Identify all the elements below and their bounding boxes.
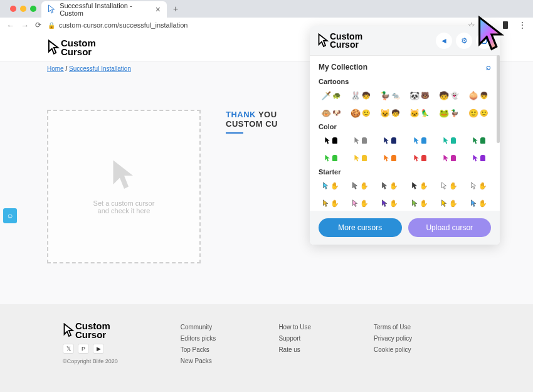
window-controls — [5, 6, 41, 12]
pinterest-icon[interactable]: P — [78, 344, 89, 354]
footer-link[interactable]: Privacy policy — [374, 333, 412, 344]
starter-cursor-item[interactable]: ✋ — [319, 197, 343, 209]
color-cursor-item[interactable] — [348, 134, 372, 147]
test-arrow-icon — [110, 158, 139, 193]
close-window[interactable] — [10, 6, 16, 12]
thank-word2: YOU — [258, 110, 277, 119]
section-cartoons: Cartoons 🗡️🐢🐰🧒🦆🐀🐼🐻🧒👻🧅👦🐵🐶🍪🙂😺🧒🐱🦜🐸🦆🙂🙂 — [310, 75, 500, 120]
starter-cursor-item[interactable]: ✋ — [408, 197, 432, 209]
back-button[interactable]: ← — [6, 21, 14, 30]
popup-logo-icon — [317, 33, 330, 48]
color-cursor-item[interactable] — [319, 134, 343, 147]
thank-word1: THANK — [226, 110, 256, 119]
extension-other-icon[interactable] — [500, 20, 510, 30]
cartoon-cursor-item[interactable]: 🐵🐶 — [319, 107, 343, 119]
starter-cursor-item[interactable]: ✋ — [348, 179, 372, 192]
footer-link[interactable]: Rate us — [278, 344, 311, 356]
starter-cursor-item[interactable]: ✋ — [437, 197, 462, 209]
breadcrumb-current[interactable]: Successful Installation — [69, 65, 131, 72]
footer-link[interactable]: Terms of Use — [374, 322, 412, 333]
footer-col-3: Terms of UsePrivacy policyCookie policy — [374, 322, 412, 367]
color-cursor-item[interactable] — [408, 152, 432, 164]
breadcrumb-home[interactable]: Home — [47, 65, 64, 72]
color-cursor-item[interactable] — [408, 134, 432, 147]
starter-cursor-item[interactable]: ✋ — [437, 179, 462, 192]
color-cursor-item[interactable] — [437, 152, 462, 164]
new-tab-button[interactable]: + — [173, 4, 178, 14]
color-cursor-item[interactable] — [377, 134, 402, 147]
twitter-icon[interactable]: 𝕏 — [63, 344, 74, 354]
more-cursors-button[interactable]: More cursors — [319, 218, 402, 237]
popup-title: My Collection — [319, 63, 367, 72]
starter-cursor-item[interactable]: ✋ — [408, 179, 432, 192]
footer-link[interactable]: Editors picks — [181, 333, 216, 344]
extension-popup: CustomCursor ◄ ⚙ ⏻ My Collection ⌕ Carto… — [310, 26, 500, 245]
starter-cursor-item[interactable]: ✋ — [377, 179, 402, 192]
footer-link[interactable]: Community — [181, 322, 216, 333]
footer-col-2: How to UseSupportRate us — [278, 322, 311, 367]
footer-link[interactable]: How to Use — [278, 322, 311, 333]
cartoon-cursor-item[interactable]: 🦆🐀 — [377, 89, 402, 102]
reload-button[interactable]: ⟳ — [35, 21, 41, 29]
search-icon[interactable]: ⌕ — [486, 62, 491, 72]
logo-text-bottom: Cursor — [61, 48, 96, 56]
color-cursor-item[interactable] — [377, 152, 402, 164]
starter-cursor-item[interactable]: ✋ — [377, 197, 402, 209]
cartoon-cursor-item[interactable]: 🧅👦 — [467, 89, 491, 102]
color-cursor-item[interactable] — [467, 152, 491, 164]
copyright: ©Copyright Blife 2020 — [63, 356, 118, 366]
logo-cursor-icon — [47, 40, 61, 56]
color-cursor-item[interactable] — [319, 152, 343, 164]
cartoon-cursor-item[interactable]: 🐰🧒 — [348, 89, 372, 102]
cartoon-cursor-item[interactable]: 🗡️🐢 — [319, 89, 343, 102]
footer-brand: CustomCursor 𝕏 P ▶ ©Copyright Blife 2020 — [63, 322, 118, 367]
thank-block: THANK YOU CUSTOM CU — [226, 110, 278, 263]
footer-link[interactable]: Cookie policy — [374, 344, 412, 356]
cartoon-cursor-item[interactable]: 🍪🙂 — [348, 107, 372, 119]
browser-tab[interactable]: Successful Installation - Custom × — [41, 1, 167, 18]
popup-footer: More cursors Upload cursor — [310, 211, 500, 245]
popup-power-icon[interactable]: ⏻ — [476, 33, 492, 49]
cartoon-cursor-item[interactable]: 🐸🦆 — [437, 107, 462, 119]
maximize-window[interactable] — [30, 6, 36, 12]
cartoon-cursor-item[interactable]: 🐼🐻 — [408, 89, 432, 102]
starter-cursor-item[interactable]: ✋ — [467, 179, 491, 192]
section-title-color: Color — [319, 123, 491, 130]
footer-link[interactable]: New Packs — [181, 356, 216, 367]
thank-line2: CUSTOM CU — [226, 119, 278, 129]
popup-scrollbar[interactable] — [497, 55, 500, 143]
color-cursor-item[interactable] — [348, 152, 372, 164]
color-cursor-item[interactable] — [437, 134, 462, 147]
section-color: Color — [310, 120, 500, 166]
site-footer: CustomCursor 𝕏 P ▶ ©Copyright Blife 2020… — [0, 304, 533, 392]
cartoon-cursor-item[interactable]: 🙂🙂 — [467, 107, 491, 119]
cartoon-cursor-item[interactable]: 😺🧒 — [377, 107, 402, 119]
footer-link[interactable]: Top Packs — [181, 344, 216, 356]
footer-col-1: CommunityEditors picksTop PacksNew Packs — [181, 322, 216, 367]
popup-settings-icon[interactable]: ⚙ — [456, 33, 472, 49]
tab-bar: Successful Installation - Custom × + — [0, 0, 533, 18]
tab-title: Successful Installation - Custom — [60, 2, 152, 17]
popup-header: CustomCursor ◄ ⚙ ⏻ — [310, 26, 500, 56]
footer-link[interactable]: Support — [278, 333, 311, 344]
section-title-starter: Starter — [319, 168, 491, 176]
starter-cursor-item[interactable]: ✋ — [319, 179, 343, 192]
cartoon-cursor-item[interactable]: 🧒👻 — [437, 89, 462, 102]
upload-cursor-button[interactable]: Upload cursor — [408, 218, 492, 237]
starter-cursor-item[interactable]: ✋ — [467, 197, 491, 209]
feedback-tab[interactable]: ☺ — [3, 208, 17, 223]
url-text: custom-cursor.com/successful_installatio… — [59, 21, 187, 29]
forward-button[interactable]: → — [21, 21, 29, 30]
site-logo[interactable]: CustomCursor — [47, 39, 96, 56]
color-cursor-item[interactable] — [467, 134, 491, 147]
youtube-icon[interactable]: ▶ — [93, 344, 104, 354]
tab-favicon — [48, 4, 56, 14]
tab-close-icon[interactable]: × — [156, 4, 161, 14]
starter-cursor-item[interactable]: ✋ — [348, 197, 372, 209]
minimize-window[interactable] — [20, 6, 26, 12]
popup-pointer-icon[interactable]: ◄ — [436, 33, 452, 49]
cartoon-cursor-item[interactable]: 🐱🦜 — [408, 107, 432, 119]
browser-menu-icon[interactable]: ⋮ — [518, 20, 527, 30]
cursor-test-area[interactable]: Set a custom cursor and check it here — [47, 110, 201, 263]
section-title-cartoons: Cartoons — [319, 78, 491, 85]
